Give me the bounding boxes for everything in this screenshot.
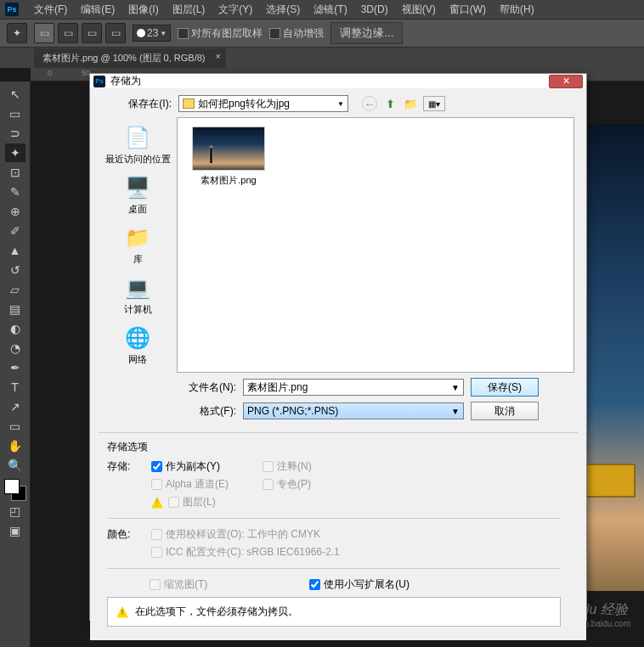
- folder-icon: [183, 98, 195, 109]
- foreground-color-swatch[interactable]: [4, 479, 20, 494]
- crop-tool[interactable]: ⊡: [5, 163, 25, 182]
- filename-combobox[interactable]: 素材图片.png ▼: [243, 379, 464, 396]
- zoom-tool[interactable]: 🔍: [5, 456, 25, 475]
- app-menubar: Ps 文件(F) 编辑(E) 图像(I) 图层(L) 文字(Y) 选择(S) 滤…: [0, 0, 644, 19]
- proof-checkbox: 使用校样设置(O): 工作中的 CMYK: [151, 527, 340, 542]
- lasso-tool[interactable]: ⊃: [5, 124, 25, 143]
- eraser-tool[interactable]: ▱: [5, 280, 25, 299]
- chevron-down-icon: ▼: [451, 407, 460, 416]
- marquee-tool[interactable]: ▭: [5, 104, 25, 123]
- place-label: 最近访问的位置: [105, 153, 171, 166]
- place-label: 计算机: [124, 303, 152, 316]
- menu-filter[interactable]: 滤镜(T): [308, 1, 352, 19]
- menu-window[interactable]: 窗口(W): [444, 1, 491, 19]
- history-brush-tool[interactable]: ↺: [5, 261, 25, 279]
- stamp-tool[interactable]: ▲: [5, 241, 25, 260]
- place-label: 桌面: [128, 203, 147, 216]
- notes-checkbox: 注释(N): [263, 459, 312, 474]
- spot-checkbox: 专色(P): [263, 477, 312, 492]
- gradient-tool[interactable]: ▤: [5, 300, 25, 318]
- brush-tool[interactable]: ✐: [5, 222, 25, 240]
- dodge-tool[interactable]: ◔: [5, 339, 25, 357]
- tab-title: 素材图片.png @ 100% (图层 0, RGB/8): [42, 53, 206, 63]
- save-options-label: 存储:: [107, 459, 141, 474]
- sample-all-label: 对所有图层取样: [191, 26, 263, 41]
- menu-image[interactable]: 图像(I): [123, 1, 163, 19]
- document-tabbar: 素材图片.png @ 100% (图层 0, RGB/8) ×: [0, 48, 644, 68]
- place-network[interactable]: 🌐 网络: [121, 321, 155, 369]
- save-options-panel: 存储选项 存储: 作为副本(Y) Alpha 通道(E) !图层(L) 注释(N…: [99, 432, 578, 633]
- recent-icon: 📄: [124, 124, 151, 151]
- chevron-down-icon: ▼: [451, 383, 460, 392]
- dialog-close-button[interactable]: ✕: [549, 75, 583, 88]
- eyedropper-tool[interactable]: ✎: [5, 183, 25, 201]
- as-copy-checkbox[interactable]: 作为副本(Y): [151, 459, 229, 474]
- healing-tool[interactable]: ⊕: [5, 202, 25, 221]
- opt-mode-3[interactable]: ▭: [82, 23, 102, 43]
- place-recent[interactable]: 📄 最近访问的位置: [102, 121, 174, 169]
- brush-size-dropdown[interactable]: 23 ▼: [133, 25, 171, 42]
- menu-select[interactable]: 选择(S): [261, 1, 305, 19]
- sign-graphic: [585, 464, 636, 498]
- save-in-row: 保存在(I): 如何把png转化为jpg ▼ ← ⬆ 📁 ▦▾: [99, 95, 578, 112]
- format-value: PNG (*.PNG;*.PNS): [247, 405, 338, 417]
- refine-edge-button[interactable]: 调整边缘...: [330, 22, 403, 44]
- menu-view[interactable]: 视图(V): [397, 1, 441, 19]
- document-tab[interactable]: 素材图片.png @ 100% (图层 0, RGB/8) ×: [34, 48, 226, 68]
- checkbox-icon: [178, 28, 189, 39]
- library-icon: 📁: [124, 224, 151, 251]
- menu-file[interactable]: 文件(F): [29, 1, 72, 19]
- screen-mode-tool[interactable]: ▣: [5, 521, 25, 540]
- chevron-down-icon: ▼: [160, 30, 167, 37]
- place-desktop[interactable]: 🖥️ 桌面: [121, 171, 155, 219]
- file-list[interactable]: 素材图片.png: [177, 117, 574, 373]
- place-libraries[interactable]: 📁 库: [121, 221, 155, 269]
- type-tool[interactable]: T: [5, 378, 25, 397]
- tab-close-icon[interactable]: ×: [216, 52, 221, 61]
- thumbnail-checkbox: 缩览图(T): [150, 577, 207, 592]
- brush-size-value: 23: [147, 27, 158, 39]
- nav-up-button[interactable]: ⬆: [382, 96, 398, 111]
- nav-newfolder-button[interactable]: 📁: [403, 96, 418, 111]
- hand-tool[interactable]: ✋: [5, 436, 25, 455]
- info-message: ! 在此选项下，文件必须存储为拷贝。: [107, 597, 561, 627]
- options-bar: ✦ ▭ ▭ ▭ ▭ 23 ▼ 对所有图层取样 自动增强 调整边缘...: [0, 19, 644, 48]
- opt-mode-4[interactable]: ▭: [105, 23, 126, 43]
- save-button[interactable]: 保存(S): [471, 378, 539, 397]
- lowercase-ext-checkbox[interactable]: 使用小写扩展名(U): [309, 577, 410, 592]
- color-swatches[interactable]: [4, 479, 26, 501]
- opt-mode-2[interactable]: ▭: [58, 23, 78, 43]
- color-options-label: 颜色:: [107, 527, 141, 542]
- shape-tool[interactable]: ▭: [5, 417, 25, 436]
- menu-layer[interactable]: 图层(L): [167, 1, 211, 19]
- menu-3d[interactable]: 3D(D): [356, 2, 393, 17]
- place-computer[interactable]: 💻 计算机: [121, 271, 155, 319]
- dialog-titlebar[interactable]: Ps 存储为 ✕: [90, 74, 586, 88]
- pen-tool[interactable]: ✒: [5, 358, 25, 377]
- quick-mask-tool[interactable]: ◰: [5, 502, 25, 520]
- nav-back-button[interactable]: ←: [362, 96, 377, 111]
- opt-mode-1[interactable]: ▭: [34, 23, 54, 43]
- nav-view-button[interactable]: ▦▾: [423, 96, 445, 111]
- move-tool[interactable]: ↖: [5, 85, 25, 104]
- format-row: 格式(F): PNG (*.PNG;*.PNS) ▼ 取消 ➤: [99, 402, 578, 420]
- path-select-tool[interactable]: ↗: [5, 397, 25, 416]
- blur-tool[interactable]: ◐: [5, 319, 25, 338]
- sample-all-layers-checkbox[interactable]: 对所有图层取样: [178, 26, 263, 41]
- menu-edit[interactable]: 编辑(E): [76, 1, 120, 19]
- dialog-title: 存储为: [110, 74, 141, 88]
- auto-enhance-label: 自动增强: [283, 26, 324, 41]
- warning-icon: !: [151, 497, 163, 509]
- menu-help[interactable]: 帮助(H): [494, 1, 539, 19]
- quick-select-tool[interactable]: ✦: [5, 143, 25, 162]
- save-in-combobox[interactable]: 如何把png转化为jpg ▼: [178, 95, 348, 112]
- format-combobox[interactable]: PNG (*.PNG;*.PNS) ▼: [243, 402, 464, 419]
- tool-preset-icon[interactable]: ✦: [7, 23, 27, 43]
- filename-value: 素材图片.png: [247, 380, 308, 395]
- file-item[interactable]: 素材图片.png: [186, 127, 271, 187]
- icc-checkbox: ICC 配置文件(C): sRGB IEC61966-2.1: [151, 545, 340, 560]
- menu-type[interactable]: 文字(Y): [213, 1, 257, 19]
- dialog-body: 保存在(I): 如何把png转化为jpg ▼ ← ⬆ 📁 ▦▾ 📄 最近访问的位…: [90, 88, 586, 640]
- auto-enhance-checkbox[interactable]: 自动增强: [269, 26, 324, 41]
- cancel-button[interactable]: 取消: [471, 402, 539, 420]
